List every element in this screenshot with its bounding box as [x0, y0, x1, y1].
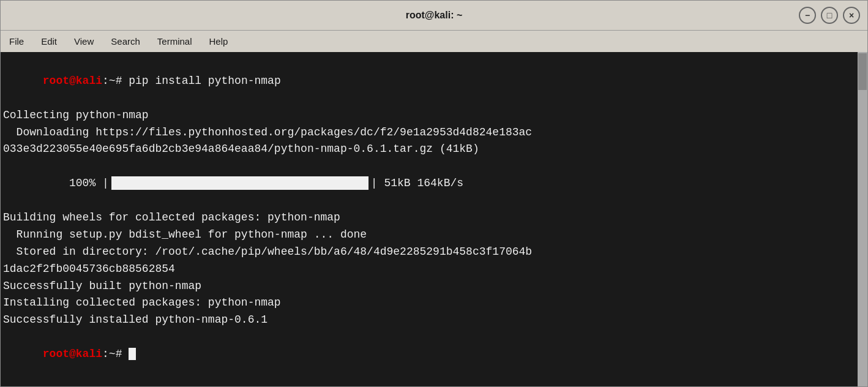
progress-prefix: 100% | — [43, 177, 109, 189]
terminal-body[interactable]: root@kali:~# pip install python-nmap Col… — [1, 52, 867, 386]
terminal-line-5: 100% || 51kB 164kB/s — [3, 158, 865, 209]
progress-bar — [111, 176, 369, 190]
terminal-line-7: Running setup.py bdist_wheel for python-… — [3, 227, 865, 244]
close-button[interactable]: × — [843, 7, 860, 24]
terminal-line-4: 033e3d223055e40e695fa6db2cb3e94a864eaa84… — [3, 141, 865, 158]
window-controls: − □ × — [799, 7, 860, 24]
menu-edit[interactable]: Edit — [37, 35, 61, 48]
terminal-line-12: Successfully installed python-nmap-0.6.1 — [3, 312, 865, 329]
terminal-line-3: Downloading https://files.pythonhosted.o… — [3, 124, 865, 141]
terminal-line-8: Stored in directory: /root/.cache/pip/wh… — [3, 244, 865, 261]
terminal-line-1: root@kali:~# pip install python-nmap — [3, 56, 865, 107]
progress-suffix: | 51kB 164kB/s — [371, 177, 463, 189]
window-title: root@kali: ~ — [69, 10, 799, 21]
terminal-line-2: Collecting python-nmap — [3, 107, 865, 124]
menu-search[interactable]: Search — [107, 35, 144, 48]
terminal-line-13: root@kali:~# — [3, 329, 865, 380]
prompt-user-1: root@kali — [43, 75, 102, 87]
maximize-button[interactable]: □ — [821, 7, 838, 24]
prompt-user-2: root@kali — [43, 348, 102, 360]
terminal-line-6: Building wheels for collected packages: … — [3, 209, 865, 227]
menu-help[interactable]: Help — [206, 35, 232, 48]
menu-bar: File Edit View Search Terminal Help — [1, 30, 867, 52]
menu-file[interactable]: File — [6, 35, 28, 48]
menu-view[interactable]: View — [70, 35, 97, 48]
terminal-window: root@kali: ~ − □ × File Edit View Search… — [0, 0, 868, 387]
scrollbar[interactable] — [858, 52, 867, 386]
terminal-line-11: Installing collected packages: python-nm… — [3, 295, 865, 312]
prompt-suffix-1: :~# — [102, 75, 129, 87]
minimize-button[interactable]: − — [799, 7, 816, 24]
scrollbar-thumb[interactable] — [858, 53, 867, 90]
menu-terminal[interactable]: Terminal — [154, 35, 196, 48]
cursor — [129, 348, 136, 360]
prompt-suffix-2: :~# — [102, 348, 129, 360]
terminal-line-9: 1dac2f2fb0045736cb88562854 — [3, 261, 865, 278]
title-bar: root@kali: ~ − □ × — [1, 1, 867, 30]
terminal-line-10: Successfully built python-nmap — [3, 278, 865, 295]
command-1: pip install python-nmap — [129, 75, 280, 87]
